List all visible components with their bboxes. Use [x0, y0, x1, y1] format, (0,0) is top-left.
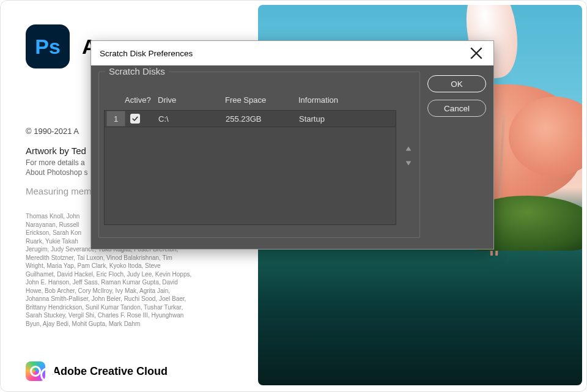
cancel-button[interactable]: Cancel	[427, 100, 486, 117]
creative-cloud-label: Adobe Creative Cloud	[53, 365, 168, 378]
row-index: 1	[106, 111, 125, 127]
row-drive: C:\	[158, 114, 226, 124]
photoshop-app-icon: Ps	[26, 24, 70, 68]
row-free: 255.23GB	[226, 114, 299, 124]
table-empty-area	[104, 127, 396, 225]
cancel-button-label: Cancel	[444, 104, 470, 113]
check-icon	[131, 115, 139, 122]
col-drive: Drive	[158, 95, 225, 105]
col-info: Information	[298, 95, 396, 105]
move-down-button[interactable]	[404, 159, 413, 168]
table-row[interactable]: 1 C:\ 255.23GB Startup	[104, 110, 396, 127]
dialog-titlebar[interactable]: Scratch Disk Preferences	[91, 41, 493, 65]
fieldset-legend: Scratch Disks	[105, 66, 169, 76]
close-icon	[468, 45, 485, 62]
row-info: Startup	[299, 114, 396, 124]
ok-button-label: OK	[451, 80, 463, 89]
triangle-up-icon	[404, 144, 413, 153]
dialog-title: Scratch Disk Preferences	[100, 49, 193, 58]
creative-cloud-row: Adobe Creative Cloud	[26, 361, 168, 381]
scratch-disk-table: Active? Drive Free Space Information 1 C…	[104, 89, 396, 225]
scratch-disks-fieldset: Scratch Disks Active? Drive Free Space I…	[98, 72, 420, 238]
ok-button[interactable]: OK	[427, 75, 486, 92]
creative-cloud-icon	[26, 361, 45, 381]
active-checkbox[interactable]	[130, 114, 140, 124]
photoshop-app-icon-label: Ps	[35, 35, 61, 59]
close-button[interactable]	[468, 45, 485, 62]
scratch-disk-preferences-dialog: Scratch Disk Preferences Scratch Disks A…	[90, 40, 494, 250]
col-free: Free Space	[225, 95, 298, 105]
col-active: Active?	[125, 95, 158, 105]
move-up-button[interactable]	[404, 144, 413, 153]
table-header-row: Active? Drive Free Space Information	[104, 89, 396, 110]
triangle-down-icon	[404, 159, 413, 168]
